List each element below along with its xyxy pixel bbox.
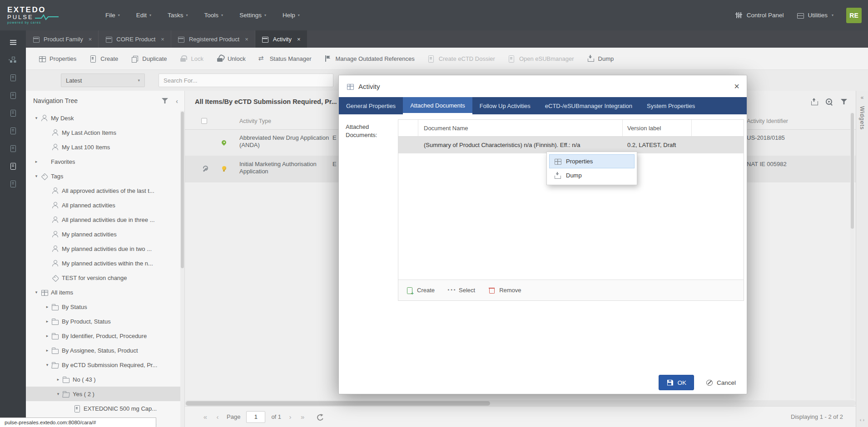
app-tab[interactable]: Product Family × [26, 30, 99, 48]
refresh-icon[interactable] [316, 413, 323, 421]
toolbar-button[interactable]: Properties [32, 51, 82, 66]
tree-item[interactable]: My planned activities due in two ... [26, 241, 180, 256]
column-header-activity-type[interactable]: Activity Type [239, 118, 332, 124]
toolbar-button[interactable]: Open eSUBmanager [502, 51, 580, 66]
tree-item[interactable]: ▸ By Assignee, Status, Product [26, 343, 180, 358]
export-icon[interactable] [810, 98, 818, 105]
previous-page-icon[interactable]: ‹ [214, 413, 221, 421]
next-page-icon[interactable]: › [287, 413, 293, 421]
toolbar-button[interactable]: Status Manager [253, 51, 317, 66]
tree-item[interactable]: All planned activities [26, 198, 180, 212]
tree-item[interactable]: ▾ All items [26, 285, 180, 299]
zoom-in-icon[interactable] [825, 98, 833, 105]
rail-module-button[interactable] [0, 51, 26, 69]
control-panel-button[interactable]: Control Panel [735, 12, 784, 19]
tree-scrollbar-thumb[interactable] [181, 112, 184, 268]
close-icon[interactable]: × [734, 82, 739, 91]
tree-item[interactable]: ▾ My Desk [26, 111, 180, 125]
tree-item[interactable]: My planned activities [26, 227, 180, 241]
cancel-button[interactable]: Cancel [701, 375, 740, 390]
rail-module-button[interactable] [0, 86, 26, 104]
tree-item[interactable]: ▾ Tags [26, 169, 180, 183]
first-page-icon[interactable]: « [202, 413, 208, 421]
page-input[interactable] [246, 411, 265, 423]
rail-module-button[interactable] [0, 139, 26, 157]
tree-item[interactable]: My planned activities within the n... [26, 256, 180, 270]
toolbar-button[interactable]: Lock [174, 51, 209, 66]
dialog-tab[interactable]: Follow Up Activities [472, 97, 538, 114]
dialog-tab[interactable]: eCTD-/eSUBmanager Integration [538, 97, 640, 114]
horizontal-scrollbar[interactable] [185, 400, 856, 406]
menu-item[interactable]: Edit ▾ [136, 12, 151, 19]
user-avatar[interactable]: RE [846, 8, 862, 23]
vertical-scrollbar[interactable] [850, 113, 854, 399]
widgets-expand-icon[interactable]: « [861, 94, 864, 101]
tree-item[interactable]: ▸ No ( 43 ) [26, 372, 180, 387]
tree-expander-icon[interactable]: ▸ [43, 334, 51, 338]
app-tab[interactable]: CORE Product × [99, 30, 171, 48]
toolbar-button[interactable]: Manage Outdated References [318, 51, 420, 66]
document-row[interactable]: (Summary of Product Characteristics) n/a… [398, 137, 744, 153]
widgets-next-icon[interactable]: › [863, 417, 865, 422]
widgets-prev-icon[interactable]: ‹ [860, 417, 862, 422]
hamburger-menu-button[interactable] [0, 33, 26, 51]
rail-module-button[interactable] [0, 157, 26, 175]
rail-module-button[interactable] [0, 69, 26, 86]
widgets-rail-label[interactable]: Widgets [859, 106, 865, 130]
tab-close-icon[interactable]: × [89, 36, 92, 43]
tree-item[interactable]: ▸ By Identifier, Product, Procedure [26, 329, 180, 343]
select-all-checkbox[interactable] [201, 118, 207, 124]
tree-item[interactable]: My Last 100 Items [26, 140, 180, 154]
tree-item[interactable]: ▸ By Product, Status [26, 314, 180, 329]
tree-expander-icon[interactable]: ▸ [43, 348, 51, 353]
tree-filter-icon[interactable] [161, 97, 169, 104]
last-page-icon[interactable]: » [299, 413, 306, 421]
tree-scrollbar[interactable] [180, 111, 184, 427]
app-tab[interactable]: Activity × [255, 30, 308, 48]
menu-item[interactable]: Tasks ▾ [168, 12, 188, 19]
tab-close-icon[interactable]: × [297, 36, 301, 43]
tree-expander-icon[interactable]: ▾ [32, 174, 40, 178]
tree-expander-icon[interactable]: ▾ [32, 290, 40, 294]
attachment-action-button[interactable]: Select [447, 287, 475, 294]
dialog-tab[interactable]: System Properties [640, 97, 702, 114]
tab-close-icon[interactable]: × [245, 36, 248, 43]
dialog-tab[interactable]: Attached Documents [403, 97, 472, 114]
rail-module-button[interactable] [0, 175, 26, 192]
tree-item[interactable]: All planned activities due in three ... [26, 212, 180, 227]
toolbar-button[interactable]: Duplicate [125, 51, 173, 66]
search-input[interactable] [159, 74, 333, 87]
context-menu-dump[interactable]: Dump [549, 168, 635, 182]
tree-expander-icon[interactable]: ▾ [43, 363, 51, 367]
app-tab[interactable]: Registered Product × [171, 30, 255, 48]
tree-item[interactable]: ▾ Yes ( 2 ) [26, 387, 180, 401]
tree-expander-icon[interactable]: ▸ [32, 159, 40, 164]
tree-expander-icon[interactable]: ▸ [43, 319, 51, 324]
context-menu-properties[interactable]: Properties [549, 154, 635, 168]
column-header-version-label[interactable]: Version label [623, 120, 692, 136]
utilities-button[interactable]: Utilities ▾ [796, 12, 833, 19]
tree-item[interactable]: All approved activities of the last t... [26, 183, 180, 198]
attachment-action-button[interactable]: Create [406, 287, 435, 294]
toolbar-button[interactable]: Dump [581, 51, 620, 66]
tree-expander-icon[interactable]: ▸ [43, 304, 51, 309]
tree-expander-icon[interactable]: ▾ [32, 116, 40, 120]
attachment-action-button[interactable]: Remove [488, 287, 521, 294]
ok-button[interactable]: OK [659, 375, 694, 390]
menu-item[interactable]: Tools ▾ [204, 12, 223, 19]
menu-item[interactable]: Settings ▾ [239, 12, 266, 19]
toolbar-button[interactable]: Create [83, 51, 124, 66]
tree-item[interactable]: EXTEDONIC 500 mg Cap... [26, 401, 180, 416]
rail-module-button[interactable] [0, 104, 26, 122]
toolbar-button[interactable]: Unlock [210, 51, 252, 66]
rail-module-button[interactable] [0, 122, 26, 139]
dialog-tab[interactable]: General Properties [339, 97, 403, 114]
column-header-activity-identifier[interactable]: Activity Identifier [747, 118, 856, 124]
tree-item[interactable]: TEST for version change [26, 270, 180, 285]
tree-item[interactable]: My Last Action Items [26, 125, 180, 140]
tree-item[interactable]: ▾ By eCTD Submission Required, Pr... [26, 358, 180, 372]
column-header-document-name[interactable]: Document Name [418, 120, 623, 136]
grid-filter-icon[interactable] [840, 98, 848, 105]
tree-expander-icon[interactable]: ▾ [54, 392, 62, 396]
version-filter-dropdown[interactable]: Latest ▾ [61, 74, 145, 87]
